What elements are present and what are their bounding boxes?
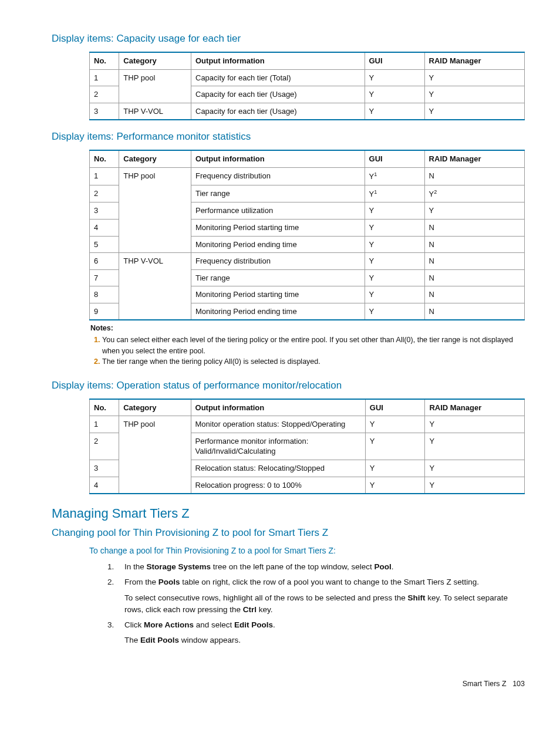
intro-change: To change a pool for Thin Provisioning Z… — [89, 546, 525, 555]
step-1: In the Storage Systems tree on the left … — [116, 561, 525, 573]
table-row: 1THP poolCapacity for each tier (Total)Y… — [90, 69, 525, 86]
col-output: Output information — [191, 150, 365, 167]
table-row: 9Monitoring Period ending timeYN — [90, 303, 525, 320]
table-row: 1THP poolFrequency distributionY1N — [90, 167, 525, 185]
table-row: 2Performance monitor information: Valid/… — [90, 433, 525, 460]
col-raid: RAID Manager — [424, 52, 524, 69]
page-number: 103 — [512, 680, 525, 688]
table-row: 3THP V-VOLCapacity for each tier (Usage)… — [90, 103, 525, 120]
notes-label: Notes: — [90, 323, 524, 333]
table-row: 6THP V-VOLFrequency distributionYN — [90, 253, 525, 270]
table-row: 7Tier rangeYN — [90, 269, 525, 286]
notes-block: Notes: You can select either each level … — [90, 323, 524, 367]
col-output: Output information — [191, 399, 365, 416]
table-row: 1THP poolMonitor operation status: Stopp… — [90, 416, 525, 433]
heading-capacity: Display items: Capacity usage for each t… — [52, 33, 525, 45]
table-row: 3Performance utilizationYY — [90, 202, 525, 220]
note-item: You can select either each level of the … — [102, 335, 524, 356]
step-2: From the Pools table on right, click the… — [116, 576, 525, 616]
table-row: 4Monitoring Period starting timeYN — [90, 220, 525, 237]
table-row: 2Capacity for each tier (Usage)YY — [90, 86, 525, 103]
table-row: 8Monitoring Period starting timeYN — [90, 286, 525, 303]
heading-managing: Managing Smart Tiers Z — [52, 506, 525, 521]
col-raid: RAID Manager — [424, 150, 524, 167]
table-row: 4Relocation progress: 0 to 100%YY — [90, 477, 525, 494]
table-opstatus: No. Category Output information GUI RAID… — [89, 399, 525, 494]
heading-perfstats: Display items: Performance monitor stati… — [52, 131, 525, 143]
table-capacity: No. Category Output information GUI RAID… — [89, 52, 525, 120]
col-category: Category — [119, 150, 191, 167]
col-gui: GUI — [365, 399, 425, 416]
col-gui: GUI — [365, 150, 424, 167]
col-no: No. — [90, 52, 119, 69]
col-raid: RAID Manager — [425, 399, 525, 416]
table-perfstats: No. Category Output information GUI RAID… — [89, 150, 525, 367]
footer-label: Smart Tiers Z — [463, 680, 507, 688]
steps-list: In the Storage Systems tree on the left … — [102, 561, 525, 647]
col-category: Category — [119, 399, 191, 416]
table-row: 5Monitoring Period ending timeYN — [90, 236, 525, 253]
step-3: Click More Actions and select Edit Pools… — [116, 619, 525, 647]
col-gui: GUI — [365, 52, 424, 69]
note-item: The tier range when the tiering policy A… — [102, 356, 524, 367]
heading-opstatus: Display items: Operation status of perfo… — [52, 380, 525, 391]
table-row: 2Tier rangeY1Y2 — [90, 185, 525, 202]
table-row: 3Relocation status: Relocating/StoppedYY — [90, 460, 525, 477]
col-category: Category — [119, 52, 191, 69]
col-no: No. — [90, 399, 119, 416]
col-output: Output information — [191, 52, 365, 69]
col-no: No. — [90, 150, 119, 167]
page-footer: Smart Tiers Z 103 — [52, 680, 525, 688]
heading-changing: Changing pool for Thin Provisioning Z to… — [52, 527, 525, 539]
